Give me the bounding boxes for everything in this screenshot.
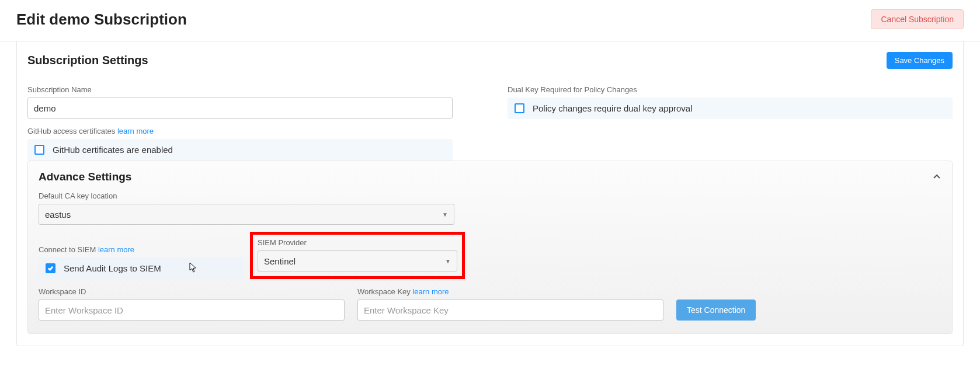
- github-certs-label-text: GitHub access certificates: [27, 127, 117, 135]
- workspace-key-label-text: Workspace Key: [357, 287, 412, 296]
- workspace-key-label: Workspace Key learn more: [357, 287, 663, 296]
- connect-siem-label: Connect to SIEM learn more: [39, 245, 243, 254]
- save-changes-button[interactable]: Save Changes: [887, 52, 953, 69]
- chevron-up-icon: [932, 172, 941, 182]
- dropdown-caret-icon: ▼: [442, 211, 448, 218]
- send-audit-logs-checkbox-row[interactable]: Send Audit Logs to SIEM: [39, 257, 243, 279]
- advance-settings-panel: Advance Settings Default CA key location…: [27, 161, 953, 334]
- ca-key-location-label: Default CA key location: [39, 192, 941, 200]
- workspace-key-input[interactable]: [357, 300, 663, 321]
- workspace-key-learn-more-link[interactable]: learn more: [412, 287, 449, 296]
- advance-settings-body: Default CA key location eastus ▼ Connect…: [39, 192, 941, 321]
- github-learn-more-link[interactable]: learn more: [117, 127, 154, 135]
- siem-provider-value: Sentinel: [264, 256, 296, 266]
- subscription-settings-header: Subscription Settings Save Changes: [17, 41, 963, 79]
- cancel-subscription-button[interactable]: Cancel Subscription: [871, 9, 964, 29]
- workspace-id-label: Workspace ID: [39, 287, 345, 296]
- send-audit-logs-check-label: Send Audit Logs to SIEM: [64, 263, 161, 273]
- connect-siem-label-text: Connect to SIEM: [39, 245, 98, 254]
- siem-provider-select[interactable]: Sentinel ▼: [258, 250, 457, 271]
- dual-key-checkbox-row[interactable]: Policy changes require dual key approval: [508, 98, 953, 119]
- send-audit-logs-checkbox[interactable]: [46, 263, 55, 273]
- github-certs-checkbox-row[interactable]: GitHub certificates are enabled: [27, 139, 453, 161]
- page-title: Edit demo Subscription: [16, 11, 187, 29]
- ca-key-location-value: eastus: [45, 210, 71, 220]
- github-certs-checkbox[interactable]: [34, 145, 44, 155]
- page-header: Edit demo Subscription Cancel Subscripti…: [0, 0, 980, 41]
- github-certs-label: GitHub access certificates learn more: [27, 127, 472, 135]
- siem-provider-label: SIEM Provider: [258, 238, 457, 247]
- ca-key-location-select[interactable]: eastus ▼: [39, 204, 454, 225]
- dual-key-checkbox[interactable]: [515, 103, 524, 113]
- dual-key-label: Dual Key Required for Policy Changes: [508, 85, 953, 94]
- github-certs-check-label: GitHub certificates are enabled: [53, 145, 173, 155]
- subscription-name-label: Subscription Name: [27, 85, 472, 94]
- test-connection-button[interactable]: Test Connection: [676, 300, 756, 321]
- dropdown-caret-icon: ▼: [445, 258, 451, 264]
- dual-key-check-label: Policy changes require dual key approval: [533, 103, 693, 113]
- advance-settings-title: Advance Settings: [39, 170, 131, 183]
- subscription-settings-card: Subscription Settings Save Changes Subsc…: [16, 41, 964, 346]
- connect-siem-learn-more-link[interactable]: learn more: [98, 245, 134, 254]
- subscription-settings-title: Subscription Settings: [27, 54, 148, 67]
- workspace-id-input[interactable]: [39, 300, 345, 321]
- advance-settings-toggle[interactable]: Advance Settings: [39, 161, 941, 192]
- subscription-name-input[interactable]: [27, 98, 453, 119]
- siem-provider-highlight: SIEM Provider Sentinel ▼: [250, 232, 465, 279]
